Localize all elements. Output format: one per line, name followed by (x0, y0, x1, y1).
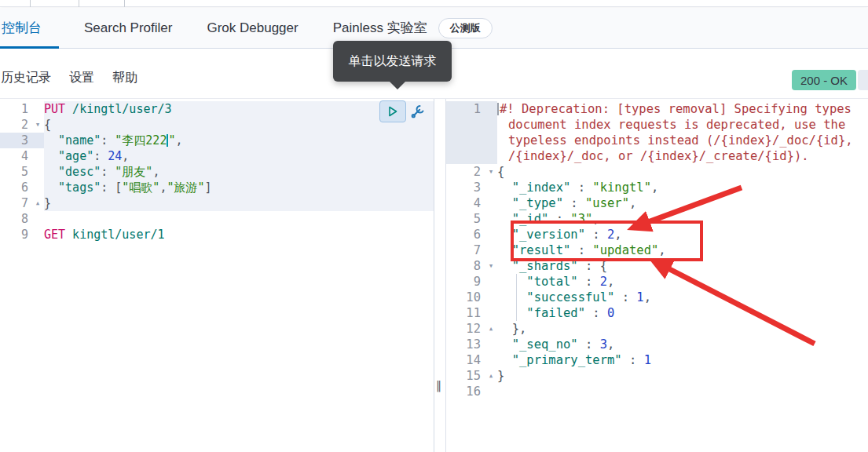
code-line[interactable]: 7 "result" : "updated", (446, 242, 868, 258)
code-text[interactable]: "_primary_term" : 1 (497, 352, 868, 368)
code-line[interactable]: 9GET kingtl/user/1 (0, 227, 434, 242)
code-text[interactable]: GET kingtl/user/1 (44, 227, 434, 242)
code-text[interactable]: { (44, 117, 434, 133)
tab-search-profiler[interactable]: Search Profiler (82, 8, 174, 49)
code-text[interactable]: "tags": ["唱歌","旅游"] (44, 180, 434, 195)
help-menu-item[interactable]: 帮助 (112, 70, 137, 86)
code-text[interactable]: "failed" : 0 (497, 305, 868, 321)
code-text[interactable]: } (44, 195, 434, 211)
fold-spacer (31, 133, 44, 148)
code-line[interactable]: 7▴} (0, 195, 434, 211)
line-gutter: 1 (446, 101, 497, 164)
code-line[interactable]: 13 "_seq_no" : 3, (446, 337, 868, 352)
code-line[interactable]: 15▴} (446, 368, 868, 384)
line-gutter: 7▴ (0, 195, 44, 211)
code-text[interactable]: "_shards" : { (497, 258, 868, 274)
line-gutter: 9 (0, 227, 44, 242)
code-text[interactable] (497, 384, 868, 399)
history-menu-item[interactable]: 历史记录 (1, 70, 51, 86)
code-text[interactable]: "_type" : "user", (497, 195, 868, 211)
code-text[interactable]: "total" : 2, (497, 274, 868, 290)
fold-toggle-icon[interactable]: ▴ (485, 321, 497, 337)
response-viewer-lines: 1#! Deprecation: [types removal] Specify… (446, 101, 868, 399)
send-request-button[interactable] (379, 100, 406, 122)
code-text[interactable]: #! Deprecation: [types removal] Specifyi… (497, 101, 868, 164)
code-text[interactable]: "successful" : 1, (497, 290, 868, 305)
splitter-handle-icon[interactable]: ‖ (436, 379, 441, 392)
line-gutter: 16 (446, 384, 497, 399)
line-gutter: 9 (446, 274, 497, 290)
fold-toggle-icon[interactable]: ▾ (485, 164, 497, 180)
code-line[interactable]: 10 "successful" : 1, (446, 290, 868, 305)
response-viewer[interactable]: 1#! Deprecation: [types removal] Specify… (445, 99, 868, 452)
tab-grok-debugger[interactable]: Grok Debugger (205, 8, 299, 49)
code-line[interactable]: 14 "_primary_term" : 1 (446, 352, 868, 368)
fold-spacer (485, 290, 497, 305)
code-text[interactable]: "desc": "朋友", (44, 164, 434, 180)
request-actions (379, 100, 427, 122)
code-line[interactable]: 5 "_id" : "3", (446, 211, 868, 227)
code-text[interactable]: "_id" : "3", (497, 211, 868, 227)
code-text[interactable]: PUT /kingtl/user/3 (44, 101, 434, 117)
line-gutter: 5 (0, 164, 44, 180)
tab-grok-debugger-label: Grok Debugger (207, 20, 298, 36)
line-number: 5 (446, 211, 485, 227)
code-line[interactable]: 9 "total" : 2, (446, 274, 868, 290)
code-text[interactable]: "age": 24, (44, 148, 434, 164)
code-text[interactable]: "_version" : 2, (497, 227, 868, 242)
fold-spacer (485, 305, 497, 321)
code-line[interactable]: 4 "age": 24, (0, 148, 434, 164)
code-text[interactable]: "name": "李四222", (44, 133, 434, 148)
code-line[interactable]: 1PUT /kingtl/user/3 (0, 101, 434, 117)
send-request-tooltip-text: 单击以发送请求 (349, 53, 437, 70)
wrapped-row: typeless endpoints instead (/{index}/_do… (497, 133, 868, 148)
line-gutter: 5 (446, 211, 497, 227)
fold-spacer (31, 164, 44, 180)
line-gutter: 10 (446, 290, 497, 305)
request-editor[interactable]: 1PUT /kingtl/user/32▾{3 "name": "李四222",… (0, 99, 434, 452)
code-line[interactable]: 8 (0, 211, 434, 227)
settings-menu-item[interactable]: 设置 (69, 70, 94, 86)
line-number: 5 (0, 164, 31, 180)
code-line[interactable]: 8▾ "_shards" : { (446, 258, 868, 274)
code-line[interactable]: 4 "_type" : "user", (446, 195, 868, 211)
line-gutter: 7 (446, 242, 497, 258)
code-line[interactable]: 6 "tags": ["唱歌","旅游"] (0, 180, 434, 195)
fold-toggle-icon[interactable]: ▴ (31, 195, 44, 211)
fold-toggle-icon[interactable]: ▾ (31, 117, 44, 133)
fold-spacer (485, 242, 497, 258)
code-line[interactable]: 3 "name": "李四222", (0, 133, 434, 148)
code-line[interactable]: 11 "failed" : 0 (446, 305, 868, 321)
fold-toggle-icon[interactable]: ▾ (485, 258, 497, 274)
line-number: 13 (446, 337, 485, 352)
fold-spacer (485, 227, 497, 242)
tab-search-profiler-label: Search Profiler (84, 20, 172, 36)
code-line[interactable]: 5 "desc": "朋友", (0, 164, 434, 180)
code-text[interactable]: "result" : "updated", (497, 242, 868, 258)
line-gutter: 3 (446, 180, 497, 195)
fold-toggle-icon[interactable]: ▴ (485, 368, 497, 384)
code-line[interactable]: 12▴ }, (446, 321, 868, 337)
code-text[interactable]: "_seq_no" : 3, (497, 337, 868, 352)
line-number: 16 (446, 384, 485, 399)
code-text[interactable]: { (497, 164, 868, 180)
panel-splitter[interactable]: ‖ (434, 99, 445, 452)
request-options-button[interactable] (408, 102, 427, 121)
tab-console[interactable]: 控制台 (0, 8, 59, 49)
code-line[interactable]: 2▾{ (0, 117, 434, 133)
browser-tab-strip (0, 0, 868, 7)
code-line[interactable]: 1#! Deprecation: [types removal] Specify… (446, 101, 868, 164)
code-text[interactable]: } (497, 368, 868, 384)
code-text[interactable] (44, 211, 434, 227)
code-text[interactable]: "_index" : "kingtl", (497, 180, 868, 195)
code-text[interactable]: }, (497, 321, 868, 337)
code-line[interactable]: 16 (446, 384, 868, 399)
line-number: 6 (0, 180, 31, 195)
code-line[interactable]: 3 "_index" : "kingtl", (446, 180, 868, 195)
fold-spacer (31, 148, 44, 164)
line-number: 15 (446, 368, 485, 384)
code-line[interactable]: 2▾{ (446, 164, 868, 180)
code-line[interactable]: 6 "_version" : 2, (446, 227, 868, 242)
line-gutter: 2▾ (0, 117, 44, 133)
tab-console-label: 控制台 (2, 19, 42, 37)
